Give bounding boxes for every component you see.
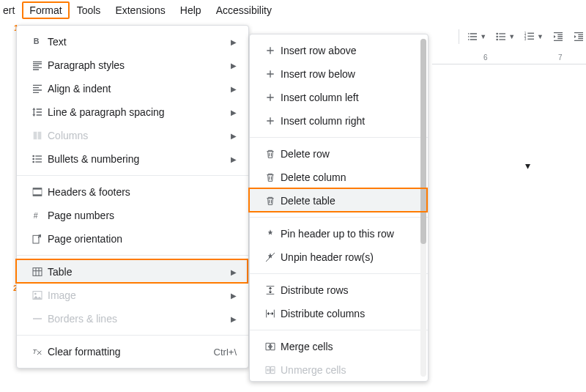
menu-extensions[interactable]: Extensions xyxy=(108,1,172,19)
chevron-right-icon: ▶ xyxy=(231,292,237,300)
table-sub-item-distribute-rows[interactable]: Distribute rows xyxy=(250,278,428,302)
menu-accessibility[interactable]: Accessibility xyxy=(209,1,279,19)
bulleted-list-button[interactable]: ▼ xyxy=(494,31,516,42)
menu-insert-cut[interactable]: ert xyxy=(3,1,22,19)
menu-item-label: Delete column xyxy=(281,171,416,183)
table-sub-item-insert-row-below[interactable]: Insert row below xyxy=(250,62,428,86)
format-item-align-indent[interactable]: Align & indent▶ xyxy=(17,77,248,100)
unpin-icon xyxy=(260,251,281,263)
checklist-button[interactable]: ▼ xyxy=(465,31,488,42)
clear-format-icon: T xyxy=(27,346,48,358)
menu-format[interactable]: Format xyxy=(22,1,69,19)
menu-item-label: Bullets & numbering xyxy=(48,153,231,165)
dist-rows-icon xyxy=(260,284,281,296)
format-item-clear-formatting[interactable]: TClear formattingCtrl+\ xyxy=(17,340,248,363)
orientation-icon xyxy=(27,233,48,245)
svg-point-13 xyxy=(32,155,34,158)
trash-icon xyxy=(260,171,281,183)
trash-icon xyxy=(260,148,281,160)
svg-point-4 xyxy=(496,39,498,41)
menu-separator xyxy=(17,255,248,256)
table-icon xyxy=(31,266,43,278)
chevron-right-icon: ▶ xyxy=(231,38,237,46)
menu-item-label: Text xyxy=(48,36,231,48)
chevron-down-icon: ▼ xyxy=(537,33,544,40)
format-item-line-paragraph-spacing[interactable]: Line & paragraph spacing▶ xyxy=(17,100,248,124)
format-item-text[interactable]: BText▶ xyxy=(17,30,248,53)
menu-separator xyxy=(250,217,428,218)
chevron-right-icon: ▶ xyxy=(231,132,237,140)
menu-item-label: Delete row xyxy=(281,148,416,160)
table-sub-item-delete-row[interactable]: Delete row xyxy=(250,142,428,166)
chevron-right-icon: ▶ xyxy=(231,85,237,93)
image-icon xyxy=(27,289,48,301)
chevron-right-icon: ▶ xyxy=(231,155,237,163)
scrollbar-thumb[interactable] xyxy=(420,39,426,244)
table-sub-item-unpin-header-row-s-[interactable]: Unpin header row(s) xyxy=(250,245,428,269)
merge-icon xyxy=(264,341,276,352)
table-sub-item-insert-row-above[interactable]: Insert row above xyxy=(250,39,428,62)
columns-icon xyxy=(31,130,43,141)
format-item-paragraph-styles[interactable]: Paragraph styles▶ xyxy=(17,53,248,77)
table-sub-item-distribute-columns[interactable]: Distribute columns xyxy=(250,302,428,325)
paragraph-icon xyxy=(31,59,43,71)
format-item-columns: Columns▶ xyxy=(17,124,248,147)
columns-icon xyxy=(27,130,48,141)
table-sub-item-insert-column-right[interactable]: Insert column right xyxy=(250,109,428,133)
hash-icon: # xyxy=(27,210,48,221)
svg-text:#: # xyxy=(34,211,38,220)
bullets-icon xyxy=(31,153,43,165)
ruler-tick: 6 xyxy=(483,53,488,62)
toolbar-sep xyxy=(459,29,459,44)
menu-item-label: Paragraph styles xyxy=(48,59,231,71)
format-item-page-orientation[interactable]: Page orientation xyxy=(17,227,248,251)
format-item-image: Image▶ xyxy=(17,284,248,307)
table-sub-item-insert-column-left[interactable]: Insert column left xyxy=(250,86,428,109)
format-item-bullets-numbering[interactable]: Bullets & numbering▶ xyxy=(17,147,248,171)
svg-rect-7 xyxy=(527,33,534,34)
checklist-icon xyxy=(467,31,478,42)
menu-item-label: Delete table xyxy=(281,195,416,207)
svg-point-0 xyxy=(496,33,498,35)
svg-point-17 xyxy=(32,161,34,163)
outdent-button[interactable] xyxy=(551,31,565,42)
format-item-headers-footers[interactable]: Headers & footers xyxy=(17,180,248,204)
menu-item-label: Distribute rows xyxy=(281,284,416,296)
indent-button[interactable] xyxy=(571,31,586,42)
trash-icon xyxy=(264,148,276,160)
trash-icon xyxy=(264,171,276,183)
svg-rect-9 xyxy=(527,36,534,37)
indent-icon xyxy=(573,31,585,42)
menu-item-label: Insert row below xyxy=(281,68,416,80)
menu-item-label: Insert column right xyxy=(281,115,416,127)
bold-icon: B xyxy=(31,36,43,48)
table-sub-item-pin-header-up-to-this-row[interactable]: Pin header up to this row xyxy=(250,222,428,245)
dist-cols-icon xyxy=(260,308,281,319)
table-sub-item-delete-column[interactable]: Delete column xyxy=(250,166,428,189)
table-handle-icon[interactable]: ▾ xyxy=(525,160,530,171)
menu-item-label: Clear formatting xyxy=(48,346,214,358)
unmerge-icon xyxy=(260,364,281,376)
menu-separator xyxy=(250,330,428,330)
plus-icon xyxy=(260,68,281,80)
pin-icon xyxy=(264,228,276,240)
plus-icon xyxy=(264,68,276,80)
menu-separator xyxy=(17,335,248,336)
chevron-right-icon: ▶ xyxy=(231,108,237,117)
hash-icon: # xyxy=(31,210,43,221)
orientation-icon xyxy=(31,233,43,245)
chevron-right-icon: ▶ xyxy=(231,268,237,276)
table-sub-item-delete-table[interactable]: Delete table xyxy=(250,189,428,212)
table-sub-item-merge-cells[interactable]: Merge cells xyxy=(250,335,428,358)
svg-text:T: T xyxy=(32,348,37,355)
format-item-page-numbers[interactable]: #Page numbers xyxy=(17,204,248,227)
menu-tools[interactable]: Tools xyxy=(70,1,108,19)
format-item-table[interactable]: Table▶ xyxy=(17,260,248,284)
unpin-icon xyxy=(264,251,276,263)
svg-rect-16 xyxy=(35,158,42,159)
numbered-list-button[interactable]: 123▼ xyxy=(522,31,545,42)
bullet-list-icon xyxy=(495,31,507,42)
trash-icon xyxy=(260,195,281,207)
menu-help[interactable]: Help xyxy=(173,1,209,19)
toolbar-fragment: ▼ ▼ 123▼ xyxy=(459,25,586,48)
